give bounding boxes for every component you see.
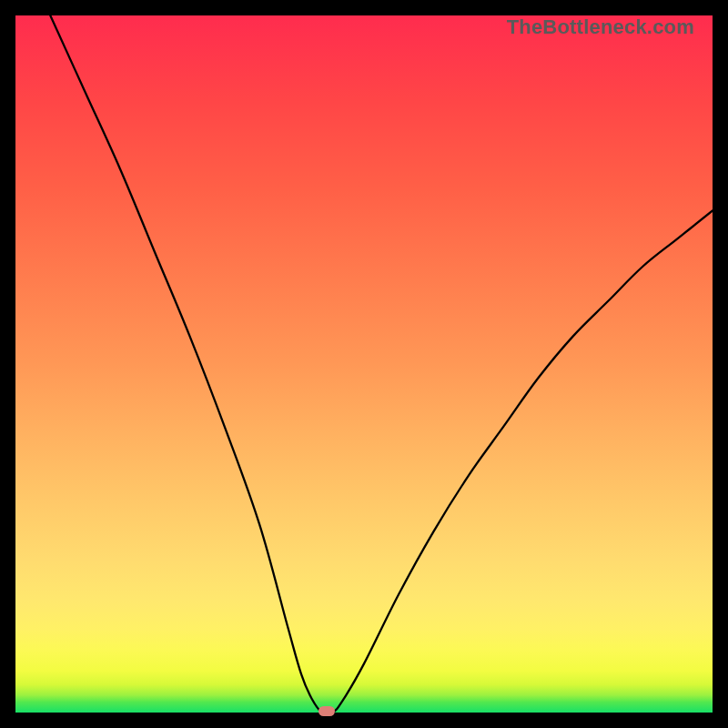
curve-path	[50, 15, 713, 713]
bottleneck-curve	[15, 15, 713, 713]
optimum-marker	[318, 706, 335, 716]
chart-frame: TheBottleneck.com	[0, 0, 728, 728]
plot-area: TheBottleneck.com	[15, 15, 713, 713]
